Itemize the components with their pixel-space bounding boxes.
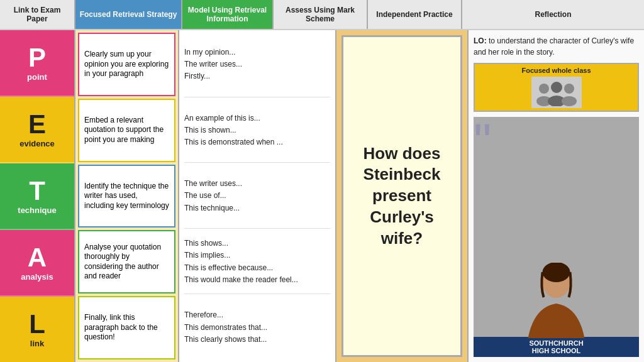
starters-column: In my opinion... The writer uses... Firs… [179,30,336,362]
petal-letter-a: A [28,244,47,271]
petal-word-p: point [27,72,47,82]
question-column: How does Steinbeck present Curley's wife… [336,30,469,362]
focused-box: Focused whole class [474,63,639,112]
lo-label: LO: [474,36,487,45]
petal-letter-l: L [29,311,45,337]
question-box: How does Steinbeck present Curley's wife… [341,35,462,357]
school-label: SOUTHCHURCHHIGH SCHOOL [474,337,639,357]
desc-link: Finally, link this paragraph back to the… [78,296,175,359]
starters-analysis: This shows... This implies... This is ef… [184,230,330,295]
petal-e: E evidence [0,97,74,163]
starters-evidence: An example of this is... This is shown..… [184,99,330,163]
starters-link: Therefore... This demonstrates that... T… [184,295,330,359]
petal-letter-p: P [28,45,46,71]
petal-column: P point E evidence T technique A analysi… [0,30,75,362]
header-focused-retrieval[interactable]: Focused Retrieval Strategy [75,0,182,29]
svg-point-5 [562,96,577,106]
header-model-retrieval[interactable]: Model Using Retrieval Information [182,0,274,29]
school-name: SOUTHCHURCHHIGH SCHOOL [529,339,583,354]
person-image [474,263,639,338]
quote-mark-icon: " [474,117,491,167]
header-reflection[interactable]: Reflection [462,0,644,29]
question-text: How does Steinbeck present Curley's wife… [351,143,453,250]
main-content: P point E evidence T technique A analysi… [0,30,644,362]
svg-point-4 [564,84,574,94]
petal-word-e: evidence [19,139,55,148]
header-assess[interactable]: Assess Using Mark Scheme [274,0,368,29]
descriptions-column: Clearly sum up your opinion you are expl… [75,30,179,362]
focused-class-image [531,77,582,108]
person-box: " SOUTHCHURCHHIGH SCHOOL [474,117,639,357]
header-independent[interactable]: Independent Practice [368,0,462,29]
petal-a: A analysis [0,230,74,297]
desc-analysis: Analyse your quotation thoroughly by con… [78,230,175,293]
class-group-icon [535,79,579,106]
focused-label: Focused whole class [521,67,591,74]
petal-p: P point [0,30,74,97]
starters-technique: The writer uses... The use of... This te… [184,164,330,229]
petal-t: T technique [0,163,74,230]
svg-point-2 [551,82,562,93]
desc-evidence: Embed a relevant quotation to support th… [78,99,175,162]
desc-technique: Identify the technique the writer has us… [78,165,175,228]
lo-text: LO: to understand the character of Curle… [474,35,639,58]
petal-l: L link [0,297,74,362]
header-link-exam[interactable]: Link to Exam Paper [0,0,75,29]
lo-content: to understand the character of Curley's … [474,36,634,57]
petal-word-t: technique [18,206,56,215]
starters-point: In my opinion... The writer uses... Firs… [184,33,330,97]
petal-word-a: analysis [21,272,53,282]
petal-letter-t: T [29,178,45,204]
desc-point: Clearly sum up your opinion you are expl… [78,33,175,96]
header: Link to Exam Paper Focused Retrieval Str… [0,0,644,30]
petal-letter-e: E [28,111,46,138]
petal-word-l: link [30,339,44,348]
svg-point-8 [543,263,570,282]
reflection-column: LO: to understand the character of Curle… [469,30,644,362]
svg-point-0 [539,84,549,94]
